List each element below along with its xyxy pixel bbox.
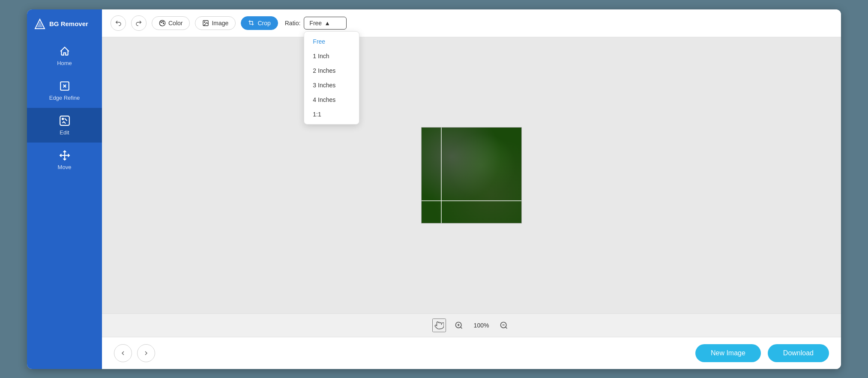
svg-point-4 <box>62 118 63 119</box>
ratio-option-4inches[interactable]: 4 Inches <box>304 92 359 107</box>
edge-refine-icon <box>59 80 71 92</box>
color-button[interactable]: Color <box>152 16 190 30</box>
zoom-control: 100% <box>432 318 511 332</box>
zoom-level: 100% <box>472 322 491 329</box>
image-button[interactable]: Image <box>195 16 236 30</box>
ratio-selector: Ratio: Free ▲ Free 1 Inch 2 Inches 3 Inc… <box>285 17 347 30</box>
sidebar: BG Remover Home Edge Refine <box>27 9 102 369</box>
move-icon <box>59 149 71 161</box>
redo-button[interactable] <box>131 15 147 31</box>
sidebar-nav: Home Edge Refine Edit M <box>27 39 102 177</box>
crop-button[interactable]: Crop <box>241 16 278 30</box>
new-image-button[interactable]: New Image <box>695 344 761 362</box>
footer-actions: New Image Download <box>695 344 829 362</box>
ratio-option-3inches[interactable]: 3 Inches <box>304 78 359 92</box>
chevron-down-icon: ▲ <box>324 20 330 27</box>
app-name: BG Remover <box>49 20 88 27</box>
svg-line-18 <box>506 327 507 328</box>
ratio-option-2inches[interactable]: 2 Inches <box>304 63 359 78</box>
sidebar-item-move[interactable]: Move <box>27 143 102 177</box>
app-logo: BG Remover <box>27 9 102 39</box>
color-button-label: Color <box>168 20 183 27</box>
canvas-area <box>102 37 841 313</box>
toolbar: Color Image Crop Ra <box>102 9 841 37</box>
sidebar-item-edit[interactable]: Edit <box>27 108 102 143</box>
ratio-dropdown-menu: Free 1 Inch 2 Inches 3 Inches 4 Inches 1… <box>304 31 359 125</box>
sidebar-label-move: Move <box>58 164 72 170</box>
svg-point-8 <box>161 22 162 23</box>
svg-line-14 <box>461 327 462 328</box>
footer: New Image Download <box>102 337 841 369</box>
zoom-in-button[interactable] <box>452 318 466 332</box>
ratio-option-1to1[interactable]: 1:1 <box>304 107 359 122</box>
sidebar-item-edge-refine[interactable]: Edge Refine <box>27 73 102 108</box>
ratio-select-button[interactable]: Free ▲ <box>304 17 347 30</box>
crop-line-vertical <box>441 128 442 223</box>
edit-icon <box>59 115 71 127</box>
ratio-current-value: Free <box>309 20 322 27</box>
sidebar-label-edit: Edit <box>60 129 69 136</box>
ratio-label: Ratio: <box>285 20 301 27</box>
logo-icon <box>34 18 46 30</box>
sidebar-label-edge-refine: Edge Refine <box>49 95 80 101</box>
bottom-controls: 100% <box>102 313 841 337</box>
footer-navigation <box>114 344 155 362</box>
svg-point-10 <box>163 23 164 24</box>
download-button[interactable]: Download <box>768 344 829 362</box>
next-button[interactable] <box>137 344 155 362</box>
ratio-option-free[interactable]: Free <box>304 34 359 49</box>
ratio-dropdown: Free ▲ Free 1 Inch 2 Inches 3 Inches 4 I… <box>304 17 347 30</box>
image-button-label: Image <box>212 20 228 27</box>
undo-button[interactable] <box>111 15 126 31</box>
svg-point-9 <box>162 21 163 22</box>
hand-tool-button[interactable] <box>432 318 446 332</box>
image-display <box>421 127 522 223</box>
home-icon <box>59 45 71 57</box>
crop-line-horizontal <box>422 200 521 201</box>
image-overlay <box>422 128 521 223</box>
sidebar-label-home: Home <box>57 60 72 66</box>
main-content: Color Image Crop Ra <box>102 9 841 369</box>
sidebar-item-home[interactable]: Home <box>27 39 102 73</box>
image-container <box>421 127 522 223</box>
svg-rect-3 <box>60 116 69 125</box>
app-window: BG Remover Home Edge Refine <box>27 9 841 369</box>
crop-button-label: Crop <box>257 20 270 27</box>
previous-button[interactable] <box>114 344 132 362</box>
svg-point-12 <box>204 21 205 22</box>
zoom-out-button[interactable] <box>497 318 511 332</box>
ratio-option-1inch[interactable]: 1 Inch <box>304 49 359 63</box>
